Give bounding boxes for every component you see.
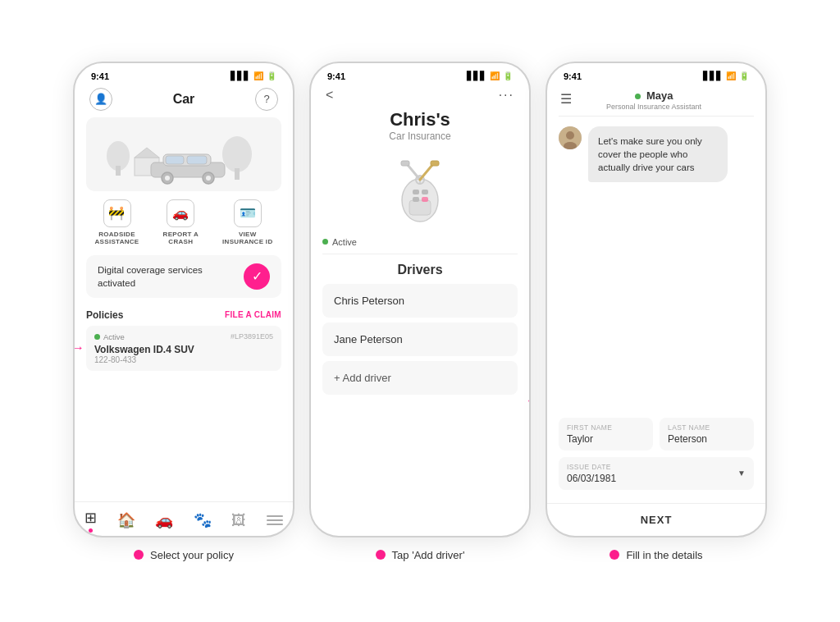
policy-number: 122-80-433 [94, 355, 273, 364]
phone2-wrapper: 9:41 ▋▋▋ 📶 🔋 < ··· Chris's Car Insurance [309, 62, 531, 561]
insurance-type: Car Insurance [311, 130, 529, 142]
svg-line-25 [408, 165, 420, 180]
crash-icon: 🚗 [167, 199, 194, 227]
chat-bubble-0: Let's make sure you only cover the peopl… [588, 126, 728, 182]
svg-rect-26 [401, 161, 409, 166]
issue-date-field[interactable]: ISSUE DATE 06/03/1981 ▼ [559, 457, 754, 490]
phone2-title: Chris's Car Insurance [311, 106, 529, 147]
add-driver-arrow: ↙ [523, 386, 531, 412]
coverage-check[interactable]: ✓ [244, 263, 270, 290]
keys-illustration [311, 147, 529, 234]
add-driver-btn[interactable]: + Add driver ↙ [322, 361, 518, 395]
next-button[interactable]: NEXT [547, 503, 765, 536]
svg-rect-3 [235, 168, 240, 180]
svg-rect-13 [187, 156, 207, 164]
policies-header: Policies FILE A CLAIM [86, 309, 281, 321]
last-name-value: Peterson [668, 433, 746, 445]
roadside-action[interactable]: 🚧 ROADSIDE ASSISTANCE [95, 199, 139, 245]
car-svg [102, 123, 266, 185]
active-badge: Active [311, 234, 529, 254]
maya-avatar [559, 126, 582, 149]
policies-title: Policies [86, 309, 123, 321]
drivers-title: Drivers [322, 254, 518, 284]
phone1-title: Car [173, 92, 195, 107]
nav-house[interactable]: 🏠 [117, 511, 135, 529]
policies-section: Policies FILE A CLAIM → Active #LP3891E0… [75, 304, 293, 376]
nav-pets[interactable]: 🐾 [194, 511, 212, 529]
car-illustration [86, 117, 281, 191]
divider-chat [559, 116, 754, 117]
owner-name: Chris's [311, 109, 529, 130]
svg-rect-28 [431, 161, 439, 166]
phone2-header: < ··· [311, 85, 529, 106]
svg-point-30 [566, 131, 574, 139]
first-name-value: Taylor [567, 433, 645, 445]
status-bar-1: 9:41 ▋▋▋ 📶 🔋 [75, 63, 293, 85]
active-dot [94, 334, 100, 340]
chat-message: Let's make sure you only cover the peopl… [598, 136, 702, 172]
svg-point-9 [165, 176, 170, 181]
svg-rect-15 [267, 519, 283, 521]
step-dot-3 [609, 550, 619, 560]
more-btn[interactable]: ··· [499, 88, 514, 103]
bottom-nav: ⊞ 🏠 🚗 🐾 🖼 [75, 501, 293, 536]
last-name-field[interactable]: LAST NAME Peterson [660, 418, 754, 450]
status-icons-2: ▋▋▋ 📶 🔋 [467, 71, 513, 80]
status-icons-3: ▋▋▋ 📶 🔋 [703, 71, 749, 80]
form-section: FIRST NAME Taylor LAST NAME Peterson ISS… [547, 418, 765, 503]
hamburger-icon[interactable]: ☰ [560, 91, 572, 107]
keys-svg [383, 155, 457, 229]
first-name-field[interactable]: FIRST NAME Taylor [559, 418, 653, 450]
quick-actions: 🚧 ROADSIDE ASSISTANCE 🚗 REPORT A CRASH 🪪… [75, 191, 293, 249]
insurance-id-icon: 🪪 [234, 199, 262, 227]
policy-name: Volkswagen ID.4 SUV [94, 344, 273, 355]
svg-point-11 [206, 176, 211, 181]
status-bar-2: 9:41 ▋▋▋ 📶 🔋 [311, 63, 529, 85]
maya-name-row: Maya [606, 88, 701, 103]
phone1-wrapper: 9:41 ▋▋▋ 📶 🔋 👤 Car ? [73, 62, 294, 561]
policy-status-row: Active #LP3891E05 [94, 332, 273, 341]
nav-more[interactable] [267, 515, 283, 526]
roadside-icon: 🚧 [103, 199, 131, 227]
nav-home[interactable]: ⊞ [84, 509, 97, 533]
driver-item-0[interactable]: Chris Peterson [322, 284, 518, 318]
svg-rect-22 [422, 197, 428, 202]
driver-item-1[interactable]: Jane Peterson [322, 322, 518, 356]
add-driver-label: + Add driver [334, 372, 391, 384]
file-claim-btn[interactable]: FILE A CLAIM [225, 310, 281, 319]
phone1-header: 👤 Car ? [75, 85, 293, 117]
nav-car[interactable]: 🚗 [155, 511, 173, 529]
form-name-row: FIRST NAME Taylor LAST NAME Peterson [559, 418, 754, 450]
phone3-wrapper: 9:41 ▋▋▋ 📶 🔋 ☰ Maya Personal Insurance A… [546, 62, 767, 561]
active-label: Active [332, 237, 357, 247]
phone3: 9:41 ▋▋▋ 📶 🔋 ☰ Maya Personal Insurance A… [546, 62, 767, 537]
step-label-2: Tap 'Add driver' [376, 549, 465, 561]
step-label-3: Fill in the details [609, 549, 702, 561]
nav-active-dot [89, 528, 93, 533]
svg-rect-18 [409, 200, 431, 215]
profile-icon[interactable]: 👤 [89, 88, 112, 111]
nav-gallery[interactable]: 🖼 [231, 512, 246, 529]
step-text-2: Tap 'Add driver' [392, 549, 465, 561]
step-dot-1 [134, 550, 144, 560]
step-label-1: Select your policy [134, 549, 234, 561]
help-icon[interactable]: ? [255, 88, 278, 111]
policy-item[interactable]: Active #LP3891E05 Volkswagen ID.4 SUV 12… [86, 326, 281, 371]
time-2: 9:41 [327, 71, 345, 81]
main-scene: 9:41 ▋▋▋ 📶 🔋 👤 Car ? [0, 37, 840, 586]
svg-rect-14 [267, 515, 283, 517]
policy-row-wrapper: → Active #LP3891E05 Volkswagen ID.4 SUV … [86, 326, 281, 371]
maya-online-dot [635, 94, 641, 99]
drivers-section: Drivers Chris Peterson Jane Peterson + A… [311, 254, 529, 536]
policy-id: #LP3891E05 [231, 332, 273, 341]
status-bar-3: 9:41 ▋▋▋ 📶 🔋 [547, 63, 765, 85]
insurance-id-action[interactable]: 🪪 VIEW INSURANCE ID [222, 199, 272, 245]
status-icons-1: ▋▋▋ 📶 🔋 [231, 71, 276, 80]
phone1: 9:41 ▋▋▋ 📶 🔋 👤 Car ? [73, 62, 294, 537]
coverage-text: Digital coverage services activated [98, 263, 229, 290]
coverage-banner: Digital coverage services activated ✓ [86, 255, 281, 298]
maya-name: Maya [646, 89, 673, 102]
svg-rect-21 [413, 197, 419, 202]
crash-action[interactable]: 🚗 REPORT A CRASH [163, 199, 199, 245]
back-btn[interactable]: < [326, 88, 333, 103]
